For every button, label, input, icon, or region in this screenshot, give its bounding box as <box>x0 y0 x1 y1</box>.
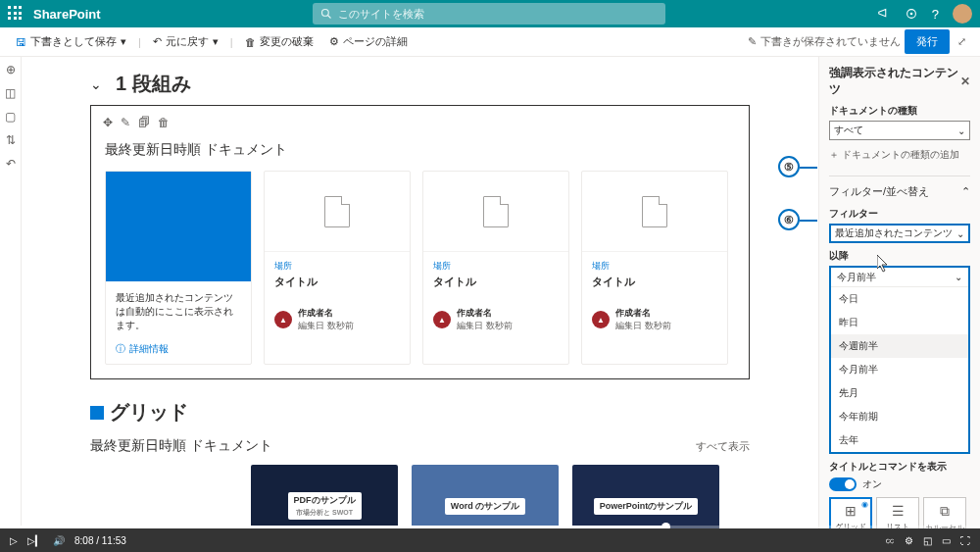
callout-6: ⑥ <box>778 209 800 230</box>
layout-option-グリッド[interactable]: ⊞グリッド <box>829 497 872 528</box>
document-icon <box>642 196 667 227</box>
callout-5: ⑤ <box>778 156 800 177</box>
video-time: 8:08 / 11:53 <box>74 535 126 546</box>
filter-sort-header: フィルター/並べ替え <box>829 184 929 199</box>
page-canvas: ⌄ 1 段組み ✥ ✎ 🗐 🗑 最終更新日時順 ドキュメント 最近追加されたコン… <box>22 57 818 528</box>
details-link[interactable]: ⓘ詳細情報 <box>116 342 241 356</box>
undo-button[interactable]: ↶元に戻す▾ <box>147 30 224 53</box>
property-panel: 強調表示されたコンテンツ✕ ドキュメントの種類 すべて⌄ ＋ ドキュメントの種類… <box>818 57 980 528</box>
discard-button[interactable]: 🗑変更の破棄 <box>239 30 319 53</box>
search-placeholder: このサイトを検索 <box>338 7 424 22</box>
author-avatar-icon: ▲ <box>274 311 292 328</box>
since-option[interactable]: 先月 <box>831 381 968 405</box>
play-icon[interactable]: ▷ <box>10 535 18 546</box>
auto-message: 最近追加されたコンテンツは自動的にここに表示されます。 <box>116 291 241 332</box>
video-controls: ▷ ▷▎ 🔊 8:08 / 11:53 ㏄ ⚙ ◱ ▭ ⛶ <box>0 528 980 552</box>
since-option[interactable]: 昨日 <box>831 311 968 334</box>
since-label: 以降 <box>829 249 970 263</box>
doc-tile[interactable]: PowerPointのサンプルP Shared Documents PowerP… <box>572 465 719 528</box>
pip-icon[interactable]: ◱ <box>923 535 932 546</box>
settings-icon[interactable] <box>905 7 918 21</box>
move-icon[interactable]: ✥ <box>103 116 113 129</box>
save-draft-button[interactable]: 🖫下書きとして保存▾ <box>10 30 132 53</box>
unsaved-warning: ✎下書きが保存されていません <box>748 34 901 49</box>
edit-icon[interactable]: ✎ <box>121 116 130 129</box>
since-option[interactable]: 去年 <box>831 428 968 452</box>
placeholder-card: 場所 タイトル ▲ 作成者名編集日 数秒前 <box>581 171 728 365</box>
svg-point-3 <box>909 13 912 16</box>
app-launcher-icon[interactable] <box>8 6 24 22</box>
webpart-toolbar: ✥ ✎ 🗐 🗑 <box>97 112 743 133</box>
svg-line-1 <box>327 16 330 19</box>
volume-icon[interactable]: 🔊 <box>53 535 65 546</box>
rail-section-icon[interactable]: ▢ <box>4 110 18 124</box>
placeholder-card-auto: 最近追加されたコンテンツは自動的にここに表示されます。 ⓘ詳細情報 <box>105 171 252 365</box>
layout-option-リスト[interactable]: ☰リスト <box>876 497 919 528</box>
help-icon[interactable]: ? <box>932 7 939 22</box>
doc-tile[interactable]: X Shared Documents Excelのサンプル 山田 真知子編集日 … <box>90 465 237 528</box>
card-location: 場所 <box>592 260 717 273</box>
chevron-up-icon[interactable]: ⌃ <box>961 185 970 198</box>
page-details-button[interactable]: ⚙ページの詳細 <box>323 30 414 53</box>
document-icon <box>483 196 509 227</box>
doc-tile[interactable]: Word のサンプルW Shared Documents Wordのサンプル 山… <box>412 465 559 528</box>
cc-icon[interactable]: ㏄ <box>885 533 895 547</box>
search-icon <box>320 8 332 20</box>
card-title: タイトル <box>274 275 400 289</box>
doc-type-label: ドキュメントの種類 <box>829 104 970 118</box>
card-location: 場所 <box>433 260 559 273</box>
svg-point-0 <box>321 10 328 17</box>
doc-type-select[interactable]: すべて⌄ <box>829 121 970 140</box>
rail-add-icon[interactable]: ⊕ <box>4 63 18 76</box>
since-select[interactable]: 今月前半⌄ 今日昨日今週前半今月前半先月今年前期去年 <box>829 266 970 454</box>
since-option[interactable]: 今週前半 <box>831 334 968 358</box>
grid-heading: グリッド <box>90 399 750 426</box>
layout-option-カルーセル[interactable]: ⧉カルーセル <box>923 497 966 528</box>
card-title: タイトル <box>433 275 559 289</box>
search-input[interactable]: このサイトを検索 <box>313 3 665 25</box>
author-avatar-icon: ▲ <box>592 311 610 328</box>
title-cmd-label: タイトルとコマンドを表示 <box>829 460 970 474</box>
placeholder-card: 場所 タイトル ▲ 作成者名編集日 数秒前 <box>264 171 411 365</box>
command-bar: 🖫下書きとして保存▾ | ↶元に戻す▾ | 🗑変更の破棄 ⚙ページの詳細 ✎下書… <box>0 27 980 57</box>
filter-select[interactable]: 最近追加されたコンテンツ⌄ <box>829 224 970 243</box>
grid-subtitle: 最終更新日時順 ドキュメント <box>90 437 272 455</box>
webpart-title[interactable]: 最終更新日時順 ドキュメント <box>97 137 743 163</box>
card-title: タイトル <box>592 275 717 289</box>
fullscreen-icon[interactable]: ⛶ <box>960 535 970 546</box>
rail-layout-icon[interactable]: ◫ <box>4 86 18 100</box>
placeholder-card: 場所 タイトル ▲ 作成者名編集日 数秒前 <box>422 171 569 365</box>
brand: SharePoint <box>33 7 101 22</box>
theater-icon[interactable]: ▭ <box>942 535 951 546</box>
since-option[interactable]: 今年前期 <box>831 405 968 428</box>
avatar[interactable] <box>953 4 972 24</box>
delete-icon[interactable]: 🗑 <box>158 116 170 129</box>
chevron-down-icon[interactable]: ⌄ <box>90 76 102 92</box>
suite-header: SharePoint このサイトを検索 ? <box>0 0 980 27</box>
add-doc-type-link[interactable]: ＋ ドキュメントの種類の追加 <box>829 148 970 162</box>
duplicate-icon[interactable]: 🗐 <box>138 116 150 129</box>
see-all-link[interactable]: すべて表示 <box>696 439 750 454</box>
rail-reorder-icon[interactable]: ⇅ <box>4 133 18 147</box>
left-rail: ⊕ ◫ ▢ ⇅ ↶ <box>0 57 22 528</box>
panel-title: 強調表示されたコンテンツ <box>829 65 960 98</box>
next-icon[interactable]: ▷▎ <box>27 535 43 546</box>
title-cmd-toggle[interactable]: オン <box>829 477 970 491</box>
section-title: 1 段組み <box>116 71 191 97</box>
megaphone-icon[interactable] <box>877 7 891 21</box>
rail-undo-icon[interactable]: ↶ <box>4 157 18 171</box>
since-option[interactable]: 今日 <box>831 287 968 311</box>
close-icon[interactable]: ✕ <box>960 75 970 88</box>
since-option[interactable]: 今月前半 <box>831 358 968 381</box>
expand-button[interactable]: ⤢ <box>954 31 970 52</box>
doc-tile[interactable]: PDFのサンプル市場分析と SWOTP Shared Documents PDF… <box>251 465 398 528</box>
card-location: 場所 <box>274 260 400 273</box>
settings-icon[interactable]: ⚙ <box>905 535 913 546</box>
filter-label: フィルター <box>829 207 970 221</box>
author-avatar-icon: ▲ <box>433 311 451 328</box>
publish-button[interactable]: 発行 <box>905 29 950 54</box>
document-icon <box>324 196 350 227</box>
webpart-highlighted-content: ✥ ✎ 🗐 🗑 最終更新日時順 ドキュメント 最近追加されたコンテンツは自動的に… <box>90 105 750 379</box>
